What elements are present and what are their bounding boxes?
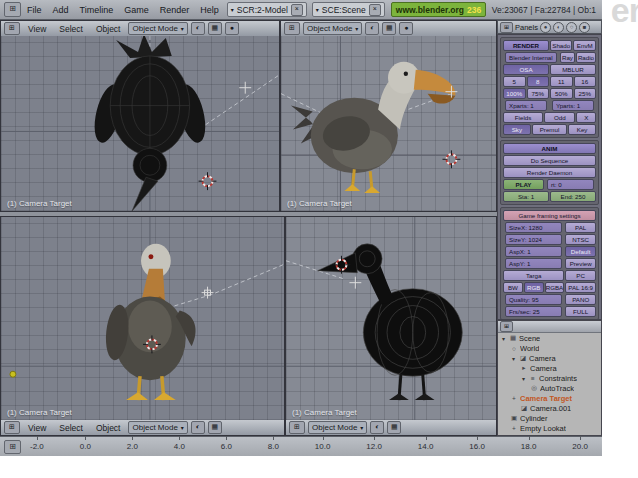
- sky-toggle[interactable]: Sky: [503, 124, 531, 135]
- preset-pc-button[interactable]: PC: [565, 270, 596, 281]
- outliner-item-camera-001[interactable]: ◪ Camera.001: [498, 403, 601, 413]
- preset-pal169-button[interactable]: PAL 16:9: [565, 282, 596, 293]
- draw-mode-icon[interactable]: ◐: [370, 421, 384, 434]
- rgba-toggle[interactable]: RGBA: [545, 282, 565, 293]
- preset-ntsc-button[interactable]: NTSC: [565, 234, 596, 245]
- layers-icon[interactable]: ▦: [208, 421, 222, 434]
- preset-pal-button[interactable]: PAL: [565, 222, 596, 233]
- outliner-type-icon[interactable]: ⊞: [500, 321, 513, 332]
- scene-close-icon[interactable]: ×: [369, 4, 381, 16]
- outliner-item-constraints[interactable]: ▾ ≡ Constraints: [498, 373, 601, 383]
- view-menu[interactable]: View: [23, 423, 51, 433]
- menu-add[interactable]: Add: [48, 5, 74, 15]
- buttons-window-type-icon[interactable]: ⊞: [500, 22, 513, 33]
- ruler-window-icon[interactable]: ⊞: [4, 440, 21, 454]
- layers-icon[interactable]: ▦: [382, 22, 396, 35]
- viewport-type-icon[interactable]: ⊞: [4, 421, 20, 434]
- mode-select[interactable]: Object Mode ▾: [303, 22, 362, 35]
- context-render-icon[interactable]: ●: [540, 22, 551, 33]
- menu-render[interactable]: Render: [155, 5, 195, 15]
- snap-icon[interactable]: ●: [399, 22, 413, 35]
- outliner-item-empty-lookat[interactable]: + Empty Lookat: [498, 423, 601, 433]
- ray-toggle[interactable]: Ray: [560, 52, 575, 63]
- anim-button[interactable]: ANIM: [503, 143, 596, 154]
- outliner-item-autotrack[interactable]: ◎ AutoTrack: [498, 383, 601, 393]
- expand-arrow-icon[interactable]: ▾: [500, 335, 507, 342]
- mblur-toggle[interactable]: MBLUR: [550, 64, 596, 75]
- envmap-toggle[interactable]: EnvM: [573, 40, 596, 51]
- viewport-canvas[interactable]: (1) Camera Target: [281, 36, 496, 211]
- context-editing-icon[interactable]: ■: [579, 22, 590, 33]
- mode-select[interactable]: Object Mode ▾: [128, 421, 187, 434]
- viewport-canvas[interactable]: (1) Camera Target: [1, 36, 279, 211]
- end-frame-field[interactable]: End: 250: [550, 191, 596, 202]
- timeline-ruler[interactable]: ⊞ -2.0 0.0 2.0 4.0 6.0 8.0 10.0 12.0 14.…: [0, 436, 602, 456]
- viewport-canvas[interactable]: (1) Camera Target: [1, 217, 284, 420]
- render-engine-select[interactable]: Blender Internal: [505, 52, 557, 63]
- select-menu[interactable]: Select: [54, 423, 88, 433]
- preset-full-button[interactable]: FULL: [565, 306, 596, 317]
- key-toggle[interactable]: Key: [568, 124, 596, 135]
- window-type-icon[interactable]: ⊞: [4, 2, 21, 17]
- sizex-field[interactable]: SizeX: 1280: [505, 222, 562, 233]
- blender-org-link[interactable]: www.blender.org 236: [391, 2, 486, 17]
- mode-select[interactable]: Object Mode ▾: [128, 22, 187, 35]
- play-button[interactable]: PLAY: [503, 179, 544, 190]
- preset-preview-button[interactable]: Preview: [565, 258, 596, 269]
- menu-game[interactable]: Game: [119, 5, 154, 15]
- context-shading-icon[interactable]: ◐: [553, 22, 564, 33]
- sizey-field[interactable]: SizeY: 1024: [505, 234, 562, 245]
- draw-mode-icon[interactable]: ◐: [191, 22, 205, 35]
- preset-pano-button[interactable]: PANO: [565, 294, 596, 305]
- game-framing-button[interactable]: Game framing settings: [503, 210, 596, 221]
- mode-select[interactable]: Object Mode ▾: [308, 421, 367, 434]
- outliner-item-scene[interactable]: ▾ ▦ Scene: [498, 333, 601, 343]
- expand-arrow-icon[interactable]: ▾: [520, 375, 527, 382]
- panels-menu[interactable]: Panels: [515, 23, 538, 32]
- outliner-item-camera-data[interactable]: ▸ Camera: [498, 363, 601, 373]
- menu-help[interactable]: Help: [195, 5, 224, 15]
- premul-toggle[interactable]: Premul: [532, 124, 567, 135]
- filetype-select[interactable]: Targa: [503, 270, 564, 281]
- xparts-field[interactable]: Xparts: 1: [505, 100, 547, 111]
- draw-mode-icon[interactable]: ◐: [365, 22, 379, 35]
- rt-field[interactable]: rt: 0: [547, 179, 594, 190]
- osa-toggle[interactable]: OSA: [503, 64, 549, 75]
- odd-toggle[interactable]: Odd: [544, 112, 575, 123]
- render-button[interactable]: RENDER: [503, 40, 549, 51]
- outliner-item-camera-target[interactable]: + Camera Target: [498, 393, 601, 403]
- outliner-item-world[interactable]: ○ World: [498, 343, 601, 353]
- fields-toggle[interactable]: Fields: [503, 112, 543, 123]
- osa-sample-5[interactable]: 5: [503, 76, 526, 87]
- start-frame-field[interactable]: Sta: 1: [503, 191, 549, 202]
- yparts-field[interactable]: Yparts: 1: [552, 100, 594, 111]
- snap-icon[interactable]: ●: [225, 22, 239, 35]
- viewport-type-icon[interactable]: ⊞: [284, 22, 300, 35]
- object-menu[interactable]: Object: [91, 423, 126, 433]
- osa-sample-8[interactable]: 8: [527, 76, 550, 87]
- empty-gizmo[interactable]: [349, 277, 361, 289]
- menu-file[interactable]: File: [22, 5, 47, 15]
- rgb-toggle[interactable]: RGB: [524, 282, 544, 293]
- draw-mode-icon[interactable]: ◐: [191, 421, 205, 434]
- osa-sample-16[interactable]: 16: [574, 76, 597, 87]
- scene-selector[interactable]: ▾ SCE:Scene ×: [312, 2, 385, 17]
- aspx-field[interactable]: AspX: 1: [505, 246, 562, 257]
- osa-sample-11[interactable]: 11: [550, 76, 573, 87]
- viewport-canvas[interactable]: (1) Camera Target: [286, 217, 496, 420]
- radio-toggle[interactable]: Radio: [576, 52, 596, 63]
- aspy-field[interactable]: AspY: 1: [505, 258, 562, 269]
- outliner-item-camera[interactable]: ▾ ◪ Camera: [498, 353, 601, 363]
- context-object-icon[interactable]: ○: [566, 22, 577, 33]
- render-daemon-toggle[interactable]: Render Daemon: [503, 167, 596, 178]
- outliner-item-cylinder[interactable]: ▣ Cylinder: [498, 413, 601, 423]
- bw-toggle[interactable]: BW: [503, 282, 523, 293]
- quality-field[interactable]: Quality: 95: [505, 294, 562, 305]
- size-75-button[interactable]: 75%: [527, 88, 550, 99]
- expand-arrow-icon[interactable]: ▾: [510, 355, 517, 362]
- select-menu[interactable]: Select: [54, 24, 88, 34]
- view-menu[interactable]: View: [23, 24, 51, 34]
- menu-timeline[interactable]: Timeline: [75, 5, 119, 15]
- lamp-object[interactable]: [10, 371, 16, 377]
- size-100-button[interactable]: 100%: [503, 88, 526, 99]
